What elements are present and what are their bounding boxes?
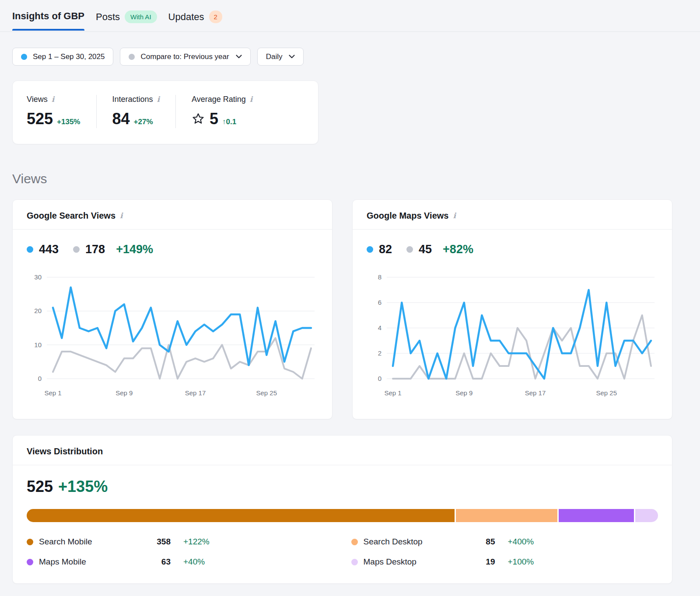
stat-rating-value: 5 bbox=[210, 110, 218, 128]
maps-current-total: 82 bbox=[379, 243, 392, 256]
y-axis-tick-label: 6 bbox=[378, 299, 382, 306]
views-distribution-title: Views Distribution bbox=[27, 446, 103, 457]
search-current-total: 443 bbox=[39, 243, 59, 256]
y-axis-tick-label: 2 bbox=[378, 349, 382, 357]
info-icon[interactable]: i bbox=[157, 96, 160, 103]
previous-period-dot bbox=[129, 54, 135, 60]
tab-posts[interactable]: Posts With AI bbox=[96, 10, 157, 31]
y-axis-tick-label: 30 bbox=[34, 273, 42, 281]
legend-item-search-desktop: Search Desktop 85 +400% bbox=[351, 537, 658, 547]
maps-change-pct: +82% bbox=[443, 243, 473, 256]
x-axis-tick-label: Sep 25 bbox=[596, 389, 617, 397]
distribution-bar bbox=[27, 509, 658, 522]
maps-desktop-dot bbox=[351, 559, 358, 565]
star-icon bbox=[192, 111, 205, 129]
x-axis-tick-label: Sep 17 bbox=[525, 389, 546, 397]
y-axis-tick-label: 0 bbox=[378, 375, 382, 382]
chevron-down-icon bbox=[289, 55, 295, 59]
previous_year-series-line bbox=[53, 338, 311, 379]
stat-views: Views i 525 +135% bbox=[27, 95, 96, 128]
previous-series-dot bbox=[406, 246, 413, 253]
search-mobile-dot bbox=[27, 539, 33, 545]
maps-mobile-dot bbox=[27, 559, 33, 565]
stat-rating-delta: ↑0.1 bbox=[222, 118, 236, 126]
views-section-title: Views bbox=[12, 171, 688, 186]
x-axis-tick-label: Sep 25 bbox=[256, 389, 277, 397]
stat-views-label: Views bbox=[27, 95, 48, 104]
distribution-change-pct: +135% bbox=[58, 477, 108, 496]
stat-views-delta: +135% bbox=[57, 118, 80, 126]
y-axis-tick-label: 10 bbox=[34, 341, 42, 349]
distribution-total-value: 525 bbox=[27, 477, 53, 496]
date-range-label: Sep 1 – Sep 30, 2025 bbox=[33, 52, 105, 61]
distribution-segment-maps-mobile bbox=[559, 509, 634, 522]
top-tabs-bar: Insights of GBP Posts With AI Updates 2 bbox=[0, 0, 700, 32]
tab-insights-of-gbp[interactable]: Insights of GBP bbox=[12, 10, 84, 30]
info-icon[interactable]: i bbox=[52, 96, 54, 103]
views-distribution-card: Views Distribution 525 +135% Search Mobi… bbox=[12, 435, 672, 584]
google-maps-views-chart: 02468Sep 1Sep 9Sep 17Sep 25 bbox=[367, 264, 659, 411]
tab-label: Insights of GBP bbox=[12, 10, 84, 22]
x-axis-tick-label: Sep 1 bbox=[384, 389, 401, 397]
y-axis-tick-label: 8 bbox=[378, 273, 382, 281]
x-axis-tick-label: Sep 9 bbox=[116, 389, 133, 397]
date-range-picker[interactable]: Sep 1 – Sep 30, 2025 bbox=[12, 48, 113, 66]
maps-views-legend: 82 45 +82% bbox=[367, 243, 662, 256]
maps-previous-total: 45 bbox=[419, 243, 432, 256]
current-period-dot bbox=[21, 54, 27, 60]
y-axis-tick-label: 4 bbox=[378, 324, 382, 331]
x-axis-tick-label: Sep 9 bbox=[455, 389, 472, 397]
current-series-dot bbox=[27, 246, 33, 253]
chevron-down-icon bbox=[236, 55, 242, 59]
y-axis-tick-label: 20 bbox=[34, 307, 42, 314]
tab-label: Updates bbox=[168, 11, 204, 23]
legend-item-maps-mobile: Maps Mobile 63 +40% bbox=[27, 557, 334, 567]
search-views-legend: 443 178 +149% bbox=[27, 243, 322, 256]
info-icon[interactable]: i bbox=[250, 96, 252, 103]
current-series-line bbox=[53, 287, 311, 365]
google-maps-views-card: Google Maps Views i 82 45 +82% 02468Sep … bbox=[352, 199, 672, 419]
tab-label: Posts bbox=[96, 11, 120, 23]
search-desktop-dot bbox=[351, 539, 358, 545]
distribution-segment-search-mobile bbox=[27, 509, 455, 522]
current-series-dot bbox=[367, 246, 373, 253]
stat-interactions-delta: +27% bbox=[134, 118, 153, 126]
legend-item-maps-desktop: Maps Desktop 19 +100% bbox=[351, 557, 658, 567]
info-icon[interactable]: i bbox=[120, 212, 122, 220]
distribution-total: 525 +135% bbox=[27, 477, 658, 496]
stat-interactions-value: 84 bbox=[112, 110, 130, 128]
summary-stats-card: Views i 525 +135% Interactions i 84 +27%… bbox=[12, 80, 318, 144]
info-icon[interactable]: i bbox=[453, 212, 455, 220]
google-maps-views-title: Google Maps Views bbox=[367, 211, 448, 221]
filters-row: Sep 1 – Sep 30, 2025 Compare to: Previou… bbox=[12, 48, 688, 66]
updates-count-badge: 2 bbox=[209, 10, 222, 23]
distribution-segment-search-desktop bbox=[456, 509, 557, 522]
google-search-views-title: Google Search Views bbox=[27, 211, 116, 221]
search-change-pct: +149% bbox=[116, 243, 153, 256]
search-previous-total: 178 bbox=[85, 243, 105, 256]
granularity-label: Daily bbox=[266, 52, 283, 61]
legend-item-search-mobile: Search Mobile 358 +122% bbox=[27, 537, 334, 547]
with-ai-badge: With AI bbox=[125, 10, 157, 23]
stat-interactions-label: Interactions bbox=[112, 95, 153, 104]
google-search-views-chart: 0102030Sep 1Sep 9Sep 17Sep 25 bbox=[27, 264, 319, 411]
previous-series-dot bbox=[73, 246, 80, 253]
x-axis-tick-label: Sep 17 bbox=[185, 389, 206, 397]
google-search-views-card: Google Search Views i 443 178 +149% 0102… bbox=[12, 199, 332, 419]
tab-updates[interactable]: Updates 2 bbox=[168, 10, 222, 31]
granularity-dropdown[interactable]: Daily bbox=[257, 48, 304, 66]
x-axis-tick-label: Sep 1 bbox=[44, 389, 61, 397]
stat-views-value: 525 bbox=[27, 110, 53, 128]
stat-average-rating: Average Rating i 5 ↑0.1 bbox=[175, 95, 268, 128]
distribution-legend: Search Mobile 358 +122% Search Desktop 8… bbox=[27, 537, 658, 567]
stat-interactions: Interactions i 84 +27% bbox=[96, 95, 176, 128]
y-axis-tick-label: 0 bbox=[38, 375, 42, 382]
compare-to-dropdown[interactable]: Compare to: Previous year bbox=[120, 48, 250, 66]
compare-label: Compare to: Previous year bbox=[140, 52, 229, 61]
stat-rating-label: Average Rating bbox=[192, 95, 246, 104]
distribution-segment-maps-desktop bbox=[635, 509, 658, 522]
